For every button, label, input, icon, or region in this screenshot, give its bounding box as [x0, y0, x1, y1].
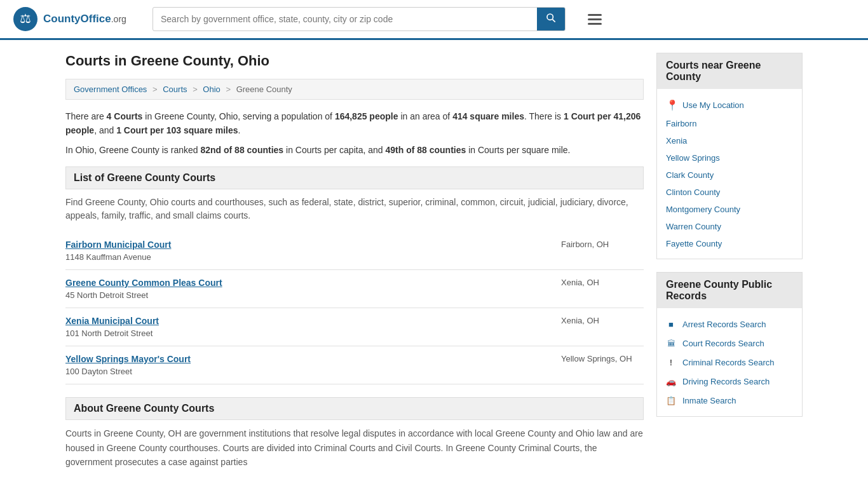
court-icon: 🏛: [666, 338, 676, 348]
desc-population: 164,825 people: [335, 111, 398, 121]
breadcrumb-sep-1: >: [153, 85, 158, 94]
desc-end1: . There is: [524, 111, 564, 121]
nearby-link-5[interactable]: Montgomery County: [657, 201, 802, 218]
court-address-1: 45 North Detroit Street: [65, 290, 148, 300]
desc-mid2: in an area of: [398, 111, 453, 121]
logo-icon: ⚖: [13, 6, 38, 32]
desc-rank-pre: In Ohio, Greene County is ranked: [65, 145, 200, 155]
nearby-link-4[interactable]: Clinton County: [657, 184, 802, 201]
breadcrumb-sep-2: >: [193, 85, 198, 94]
breadcrumb-ohio[interactable]: Ohio: [203, 85, 220, 94]
court-info-0: Fairborn Municipal Court 1148 Kauffman A…: [65, 240, 548, 262]
about-section: About Greene County Courts Courts in Gre…: [65, 397, 644, 469]
nearby-link-label-0: Fairborn: [666, 119, 696, 128]
breadcrumb-gov-offices[interactable]: Government Offices: [74, 85, 147, 94]
table-row: Greene County Common Pleas Court 45 Nort…: [65, 270, 644, 308]
court-info-2: Xenia Municipal Court 101 North Detroit …: [65, 316, 548, 338]
nearby-link-label-1: Xenia: [666, 136, 687, 146]
description-block: There are 4 Courts in Greene County, Ohi…: [65, 109, 644, 157]
table-row: Xenia Municipal Court 101 North Detroit …: [65, 308, 644, 346]
nearby-link-label-5: Montgomery County: [666, 205, 740, 214]
about-section-header: About Greene County Courts: [65, 397, 644, 420]
nearby-link-label-6: Warren County: [666, 222, 721, 231]
location-pin-icon: 📍: [666, 99, 679, 111]
nearby-link-6[interactable]: Warren County: [657, 218, 802, 235]
svg-point-2: [547, 14, 553, 20]
records-link-4[interactable]: 📋 Inmate Search: [657, 391, 802, 410]
court-name-2[interactable]: Xenia Municipal Court: [65, 316, 548, 326]
desc-final: .: [238, 125, 241, 135]
table-row: Yellow Springs Mayor's Court 100 Dayton …: [65, 346, 644, 384]
driving-icon: 🚗: [666, 376, 676, 386]
court-location-3: Yellow Springs, OH: [548, 354, 644, 363]
public-records-box: Greene County Public Records ■ Arrest Re…: [656, 272, 803, 417]
records-link-2[interactable]: ! Criminal Records Search: [657, 353, 802, 372]
logo-text: CountyOffice.org: [43, 13, 126, 25]
nearby-link-label-3: Clark County: [666, 170, 714, 180]
search-bar: [153, 7, 566, 31]
nearby-link-1[interactable]: Xenia: [657, 132, 802, 149]
court-list: Fairborn Municipal Court 1148 Kauffman A…: [65, 232, 644, 384]
sidebar: Courts near Greene County 📍 Use My Locat…: [656, 53, 803, 469]
records-link-0[interactable]: ■ Arrest Records Search: [657, 315, 802, 334]
records-link-3[interactable]: 🚗 Driving Records Search: [657, 372, 802, 391]
court-location-2: Xenia, OH: [548, 316, 644, 325]
svg-text:⚖: ⚖: [20, 11, 31, 25]
search-button[interactable]: [537, 8, 565, 30]
menu-line-2: [588, 18, 602, 20]
desc-rank1: 82nd of 88 counties: [200, 145, 283, 155]
court-address-0: 1148 Kauffman Avenue: [65, 252, 151, 262]
court-info-1: Greene County Common Pleas Court 45 Nort…: [65, 278, 548, 300]
nearby-courts-header: Courts near Greene County: [657, 53, 802, 89]
list-section-desc: Find Greene County, Ohio courts and cour…: [65, 196, 644, 222]
nearby-link-3[interactable]: Clark County: [657, 166, 802, 184]
search-input[interactable]: [153, 9, 537, 29]
hamburger-menu-button[interactable]: [585, 11, 605, 28]
nearby-link-2[interactable]: Yellow Springs: [657, 149, 802, 166]
court-address-2: 101 North Detroit Street: [65, 329, 153, 338]
nearby-link-0[interactable]: Fairborn: [657, 115, 802, 132]
records-label-0: Arrest Records Search: [682, 320, 766, 329]
nearby-link-label-4: Clinton County: [666, 187, 720, 197]
court-name-0[interactable]: Fairborn Municipal Court: [65, 240, 548, 250]
site-header: ⚖ CountyOffice.org: [0, 0, 868, 40]
desc-end2: , and: [94, 125, 116, 135]
desc-pre1: There are: [65, 111, 107, 121]
use-my-location-link[interactable]: 📍 Use My Location: [657, 95, 802, 115]
records-label-4: Inmate Search: [682, 396, 736, 405]
content-area: Courts in Greene County, Ohio Government…: [65, 53, 644, 469]
desc-area: 414 square miles: [452, 111, 524, 121]
records-link-1[interactable]: 🏛 Court Records Search: [657, 334, 802, 353]
breadcrumb: Government Offices > Courts > Ohio > Gre…: [65, 79, 644, 100]
court-name-3[interactable]: Yellow Springs Mayor's Court: [65, 354, 548, 364]
nearby-link-label-7: Fayette County: [666, 239, 722, 248]
public-records-content: ■ Arrest Records Search 🏛 Court Records …: [657, 308, 802, 416]
breadcrumb-courts[interactable]: Courts: [163, 85, 187, 94]
main-container: Courts in Greene County, Ohio Government…: [53, 40, 815, 482]
desc-per-sqmile: 1 Court per 103 square miles: [116, 125, 238, 135]
list-section-header: List of Greene County Courts: [65, 166, 644, 189]
use-location-label: Use My Location: [682, 100, 744, 110]
breadcrumb-sep-3: >: [226, 85, 231, 94]
nearby-courts-box: Courts near Greene County 📍 Use My Locat…: [656, 53, 803, 259]
desc-rank-mid: in Courts per capita, and: [283, 145, 385, 155]
breadcrumb-greene-county: Greene County: [236, 85, 292, 94]
court-address-3: 100 Dayton Street: [65, 367, 132, 376]
records-label-3: Driving Records Search: [682, 377, 770, 386]
svg-line-3: [552, 19, 555, 22]
nearby-link-label-2: Yellow Springs: [666, 153, 720, 163]
court-location-0: Fairborn, OH: [548, 240, 644, 249]
court-info-3: Yellow Springs Mayor's Court 100 Dayton …: [65, 354, 548, 376]
records-label-2: Criminal Records Search: [682, 358, 775, 367]
desc-rank-end: in Courts per square mile.: [466, 145, 570, 155]
criminal-icon: !: [666, 357, 676, 367]
nearby-link-7[interactable]: Fayette County: [657, 235, 802, 252]
court-location-1: Xenia, OH: [548, 278, 644, 287]
table-row: Fairborn Municipal Court 1148 Kauffman A…: [65, 232, 644, 270]
court-name-1[interactable]: Greene County Common Pleas Court: [65, 278, 548, 288]
desc-courts-count: 4 Courts: [107, 111, 143, 121]
about-text: Courts in Greene County, OH are governme…: [65, 426, 644, 469]
menu-line-3: [588, 23, 602, 25]
page-title: Courts in Greene County, Ohio: [65, 53, 644, 69]
inmate-icon: 📋: [666, 395, 676, 405]
